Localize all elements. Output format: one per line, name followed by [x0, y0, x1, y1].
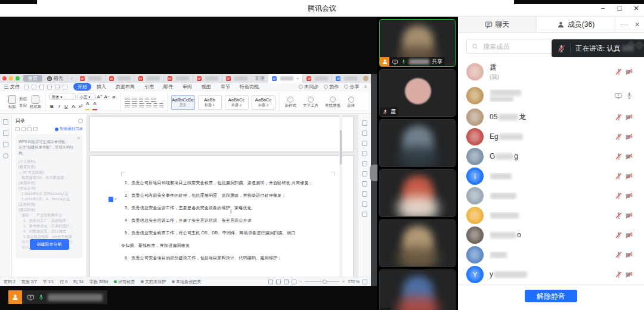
- wps-doc-tab[interactable]: W D ×: [76, 75, 106, 82]
- member-video-status-icon[interactable]: [624, 212, 634, 219]
- wps-doc-tab[interactable]: W D ×: [332, 75, 361, 82]
- outline-item[interactable]: 2、负责对工厂…流程梳理；: [18, 218, 80, 224]
- outline-item[interactable]: 4、对数据交互…进行调优。: [18, 229, 80, 234]
- wps-doc-tab[interactable]: W D ‹ ×: [67, 75, 76, 82]
- member-video-status-icon[interactable]: [624, 153, 634, 160]
- style-preset[interactable]: AaBbCc 标题 2: [225, 95, 249, 110]
- video-tile[interactable]: 霆: [379, 69, 456, 117]
- video-panel-collapse-handle[interactable]: [370, 165, 377, 181]
- outline-panel-icon[interactable]: [3, 119, 8, 125]
- status-item[interactable]: 列 34: [73, 279, 83, 285]
- member-row[interactable]: o: [458, 225, 644, 245]
- share-tool-icon[interactable]: [362, 212, 367, 217]
- font-color-button[interactable]: A: [92, 101, 98, 111]
- bold-button[interactable]: B: [49, 104, 55, 109]
- check-icon[interactable]: [362, 171, 367, 176]
- zoom-slider[interactable]: [305, 281, 339, 282]
- member-row[interactable]: [458, 83, 644, 107]
- ribbon-tab[interactable]: 页面布局: [112, 83, 139, 91]
- video-tile[interactable]: [379, 219, 456, 267]
- bookmark-icon[interactable]: [3, 142, 8, 147]
- fullscreen-icon[interactable]: [363, 280, 367, 284]
- document-scrollbar[interactable]: [339, 114, 342, 277]
- member-count-chip[interactable]: [8, 290, 22, 304]
- ribbon-tab[interactable]: 插入: [92, 83, 110, 91]
- maximize-button[interactable]: □: [615, 4, 624, 13]
- smart-toc-link[interactable]: 智能识别目录: [55, 126, 83, 132]
- member-video-status-icon[interactable]: [624, 192, 634, 200]
- undo-icon[interactable]: [55, 85, 60, 89]
- member-audio-status-icon[interactable]: [613, 153, 624, 160]
- tab-members[interactable]: 成员(36): [537, 17, 615, 32]
- member-audio-status-icon[interactable]: [613, 133, 624, 141]
- member-row[interactable]: Y y: [458, 265, 644, 284]
- ribbon-tab[interactable]: 章节: [216, 83, 234, 91]
- video-tile[interactable]: 共享: [379, 19, 456, 67]
- outline-item[interactable]: [项目经验]: [18, 207, 80, 213]
- member-audio-status-icon[interactable]: [613, 68, 624, 76]
- minimize-button[interactable]: –: [599, 4, 607, 13]
- outline-item[interactable]: [教育背景]: [18, 165, 80, 170]
- video-tile[interactable]: [379, 119, 456, 167]
- member-video-status-icon[interactable]: [624, 113, 634, 121]
- wps-doc-tab[interactable]: W D ×: [222, 75, 252, 82]
- align-left-icon[interactable]: [125, 103, 130, 107]
- wps-doc-tab[interactable]: W D 新建 ×: [252, 75, 268, 82]
- cut-button[interactable]: 剪切: [19, 97, 27, 102]
- ribbon-tab[interactable]: 视图: [197, 83, 215, 91]
- editing-tool-button[interactable]: 查找替换: [323, 97, 342, 108]
- margin-comment-icon[interactable]: [109, 197, 113, 202]
- outline-tool-icon[interactable]: [21, 127, 26, 131]
- member-row[interactable]: I: [458, 166, 644, 186]
- outline-tool-icon[interactable]: [16, 127, 20, 131]
- justify-icon[interactable]: [146, 103, 151, 107]
- redo-icon[interactable]: [63, 85, 67, 89]
- outline-item[interactable]: [工作经历]: [18, 202, 80, 207]
- status-item[interactable]: 节 1/1: [43, 279, 54, 285]
- status-item[interactable]: 字数 3089: [89, 279, 109, 285]
- wps-doc-tab[interactable]: W D ×: [193, 75, 222, 82]
- helper-icon[interactable]: [362, 161, 367, 166]
- style-preset[interactable]: AaBbCcDc 正文: [171, 95, 195, 110]
- member-video-status-icon[interactable]: [624, 68, 634, 76]
- close-panel-icon[interactable]: ✕: [634, 21, 640, 29]
- close-light-icon[interactable]: [2, 76, 7, 80]
- decrease-indent-icon[interactable]: [139, 98, 143, 102]
- member-audio-status-icon[interactable]: [613, 92, 624, 100]
- member-row[interactable]: 霆 (我): [458, 60, 644, 83]
- member-video-status-icon[interactable]: [624, 231, 634, 239]
- ribbon-action[interactable]: 未同步: [299, 83, 318, 90]
- status-item[interactable]: 拼写检查: [114, 279, 135, 285]
- font-name-select[interactable]: 黑体 ▾: [49, 94, 76, 100]
- close-icon[interactable]: ✕: [77, 136, 80, 141]
- member-video-status-icon[interactable]: [624, 251, 634, 259]
- window-traffic-lights[interactable]: [2, 76, 20, 80]
- web-mode-icon[interactable]: [292, 280, 296, 284]
- create-toc-button[interactable]: 创建目录导航: [30, 239, 69, 250]
- increase-font-icon[interactable]: A⁺: [97, 94, 103, 100]
- member-row[interactable]: 05 龙: [458, 107, 644, 127]
- outline-tool-icon[interactable]: [27, 127, 32, 131]
- outline-tool-icon[interactable]: [33, 127, 38, 131]
- member-audio-status-icon[interactable]: [613, 231, 624, 239]
- align-right-icon[interactable]: [139, 103, 144, 107]
- copy-button[interactable]: 复制: [19, 103, 27, 108]
- member-row[interactable]: [458, 245, 644, 265]
- pen-tool-icon[interactable]: [362, 120, 367, 126]
- tab-close-icon[interactable]: ×: [296, 76, 299, 81]
- ribbon-tab[interactable]: 特色功能: [236, 83, 263, 91]
- folder-icon[interactable]: [3, 131, 8, 136]
- ribbon-tab[interactable]: 引用: [140, 83, 158, 91]
- member-audio-status-icon[interactable]: [613, 251, 624, 259]
- maximize-light-icon[interactable]: [16, 76, 20, 80]
- stamp-icon[interactable]: [362, 141, 367, 146]
- outline-item[interactable]: [IT 专业技能]: [18, 170, 80, 175]
- underline-button[interactable]: U: [64, 104, 69, 109]
- font-size-select[interactable]: 小五 ▾: [78, 94, 95, 100]
- wps-doc-tab[interactable]: W D ×: [106, 75, 135, 82]
- member-audio-status-icon[interactable]: [613, 192, 624, 200]
- highlight-button[interactable]: A: [85, 101, 91, 111]
- status-item[interactable]: 页面 2/7: [21, 279, 37, 285]
- outline-mode-icon[interactable]: [284, 280, 289, 284]
- video-tile[interactable]: [379, 169, 456, 217]
